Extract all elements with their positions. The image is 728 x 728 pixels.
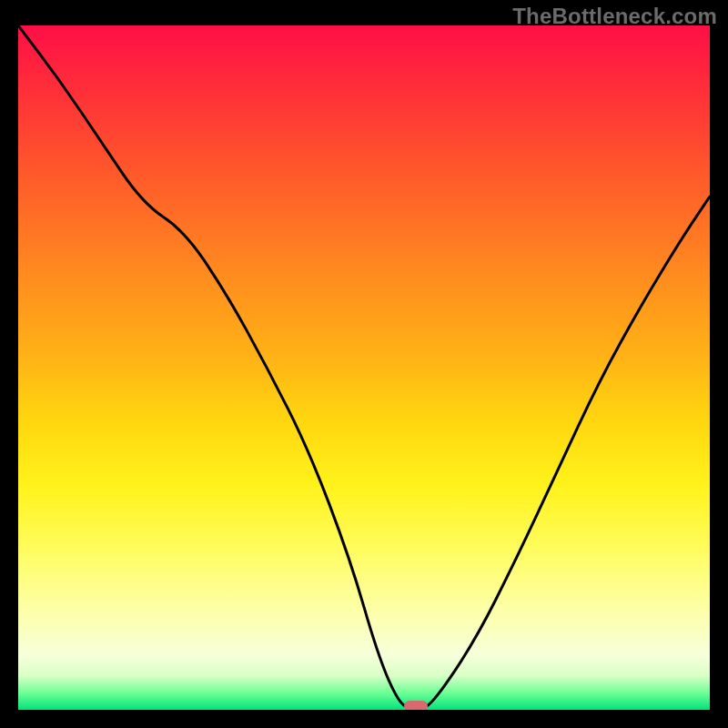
plot-area xyxy=(18,25,710,710)
plot-inner xyxy=(18,25,710,710)
bottleneck-curve xyxy=(18,25,710,710)
min-marker xyxy=(404,701,428,710)
chart-frame: TheBottleneck.com xyxy=(0,0,728,728)
watermark-text: TheBottleneck.com xyxy=(512,4,717,29)
